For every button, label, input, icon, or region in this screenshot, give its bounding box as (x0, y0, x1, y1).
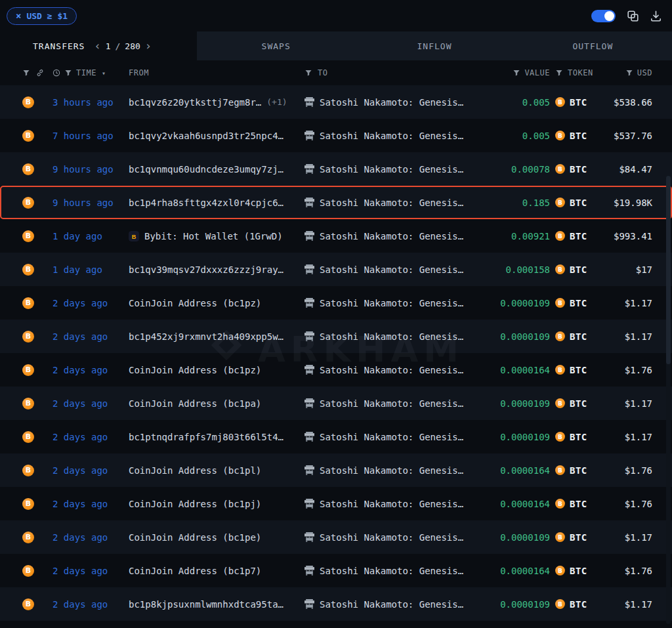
to-address[interactable]: Satoshi Nakamoto: Genesis… (320, 164, 463, 175)
time-link[interactable]: 3 hours ago (52, 97, 114, 108)
time-link[interactable]: 2 days ago (52, 432, 108, 442)
value-amount: 0.000158 (506, 264, 550, 275)
filter-icon[interactable] (22, 69, 30, 77)
btc-coin-icon: B (22, 130, 34, 142)
table-row[interactable]: B 2 days ago bc1p452xj9rxmnvt2ha409xpp5w… (0, 320, 672, 353)
from-address[interactable]: bc1qvnmqu60udncdeze3umqy7zj… (129, 164, 284, 175)
table-row[interactable]: B 2 days ago CoinJoin Address (bc1pj) Sa… (0, 487, 672, 520)
time-link[interactable]: 2 days ago (52, 298, 108, 308)
to-address[interactable]: Satoshi Nakamoto: Genesis… (320, 499, 463, 509)
from-address[interactable]: bc1qvy2vkaah6usnpd3tr25npc4… (129, 131, 284, 141)
table-row[interactable]: B 3 hours ago bc1qvz6z20ytksttj7egm8r…(+… (0, 85, 672, 119)
from-address[interactable]: bc1p4rha8sfttgx4zxl0r4cpjc6… (129, 198, 284, 208)
download-icon[interactable] (650, 10, 662, 22)
to-address[interactable]: Satoshi Nakamoto: Genesis… (320, 264, 463, 275)
table-row[interactable]: B 2 days ago CoinJoin Address (bc1p7) Sa… (0, 554, 672, 587)
time-link[interactable]: 2 days ago (52, 566, 108, 576)
time-link[interactable]: 1 day ago (52, 264, 102, 275)
time-link[interactable]: 2 days ago (52, 499, 108, 509)
value-amount: 0.005 (522, 97, 550, 108)
table-row[interactable]: B 2 days ago bc1p8kjpsuxnmlwmnhxdtca95ta… (0, 587, 672, 621)
time-link[interactable]: 2 days ago (52, 599, 108, 610)
token-symbol: BTC (570, 198, 587, 208)
time-link[interactable]: 9 hours ago (52, 198, 114, 208)
table-row-highlighted[interactable]: B 9 hours ago bc1p4rha8sfttgx4zxl0r4cpjc… (0, 186, 672, 219)
table-row[interactable]: B 1 day ago BBybit: Hot Wallet (1GrwD) S… (0, 219, 672, 253)
to-address[interactable]: Satoshi Nakamoto: Genesis… (320, 465, 463, 476)
tab-swaps[interactable]: SWAPS (197, 31, 355, 60)
from-address[interactable]: bc1p8kjpsuxnmlwmnhxdtca95ta… (129, 599, 284, 610)
to-address[interactable]: Satoshi Nakamoto: Genesis… (320, 365, 463, 375)
from-address[interactable]: CoinJoin Address (bc1pz) (129, 298, 261, 308)
copy-icon[interactable] (627, 10, 639, 22)
from-address[interactable]: CoinJoin Address (bc1pl) (129, 465, 261, 476)
to-address[interactable]: Satoshi Nakamoto: Genesis… (320, 398, 463, 409)
column-value[interactable]: VALUE (524, 68, 550, 77)
table-row[interactable]: B 2 days ago bc1ptnqdrafpfs7mj803t66l5t4… (0, 420, 672, 453)
to-filter-icon[interactable] (304, 69, 312, 77)
usd-amount: $1.17 (625, 432, 652, 442)
tab-transfers[interactable]: TRANSFERS ‹ 1 / 280 › (0, 31, 197, 60)
value-filter-icon[interactable] (513, 69, 520, 77)
column-time[interactable]: TIME (76, 68, 96, 77)
from-address[interactable]: CoinJoin Address (bc1pj) (129, 499, 261, 509)
filter-chip-usd[interactable]: × USD ≥ $1 (7, 7, 77, 25)
to-address[interactable]: Satoshi Nakamoto: Genesis… (320, 532, 463, 543)
satoshi-avatar-icon (304, 331, 314, 341)
time-link[interactable]: 2 days ago (52, 365, 108, 375)
from-address[interactable]: Bybit: Hot Wallet (1GrwD) (144, 231, 283, 241)
to-address[interactable]: Satoshi Nakamoto: Genesis… (320, 331, 463, 342)
tab-outflow[interactable]: OUTFLOW (514, 31, 672, 60)
time-filter-icon[interactable] (64, 69, 72, 77)
table-row[interactable]: B 2 days ago CoinJoin Address (bc1pl) Sa… (0, 453, 672, 487)
to-address[interactable]: Satoshi Nakamoto: Genesis… (320, 432, 463, 442)
time-link[interactable]: 2 days ago (52, 398, 108, 409)
column-token[interactable]: TOKEN (568, 68, 593, 77)
to-address[interactable]: Satoshi Nakamoto: Genesis… (320, 131, 463, 141)
scrollbar-thumb[interactable] (666, 176, 671, 364)
table-row[interactable]: B 7 hours ago bc1qvy2vkaah6usnpd3tr25npc… (0, 119, 672, 152)
to-address[interactable]: Satoshi Nakamoto: Genesis… (320, 198, 463, 208)
to-address[interactable]: Satoshi Nakamoto: Genesis… (320, 566, 463, 576)
table-row[interactable]: B 2 days ago CoinJoin Address (bc1pz) Sa… (0, 286, 672, 320)
next-page-button[interactable]: › (145, 41, 152, 52)
table-header: TIME ▾ FROM TO VALUE TOKEN USD (0, 60, 672, 85)
table-row[interactable]: B 2 days ago CoinJoin Address (bc1pz) Sa… (0, 353, 672, 387)
from-address[interactable]: CoinJoin Address (bc1pa) (129, 398, 261, 409)
table-row[interactable]: B 2 days ago CoinJoin Address (bc1pa) Sa… (0, 387, 672, 420)
btc-coin-icon: B (22, 565, 34, 577)
to-address[interactable]: Satoshi Nakamoto: Genesis… (320, 97, 463, 108)
to-address[interactable]: Satoshi Nakamoto: Genesis… (320, 298, 463, 308)
tab-inflow[interactable]: INFLOW (355, 31, 513, 60)
column-from[interactable]: FROM (129, 68, 149, 77)
to-address[interactable]: Satoshi Nakamoto: Genesis… (320, 599, 463, 610)
from-address[interactable]: bc1qvz6z20ytksttj7egm8r… (129, 97, 261, 108)
time-link[interactable]: 2 days ago (52, 465, 108, 476)
toggle-switch[interactable] (591, 10, 616, 22)
usd-filter-icon[interactable] (625, 69, 633, 77)
time-link[interactable]: 2 days ago (52, 532, 108, 543)
value-amount: 0.0000109 (500, 398, 550, 409)
time-link[interactable]: 9 hours ago (52, 164, 114, 175)
time-link[interactable]: 1 day ago (52, 231, 102, 241)
from-address[interactable]: bc1p452xj9rxmnvt2ha409xpp5w… (129, 331, 284, 342)
table-row[interactable]: B 1 day ago bc1qv39mqsv27dxxxz6zzzj9ray…… (0, 253, 672, 286)
from-address[interactable]: bc1ptnqdrafpfs7mj803t66l5t4… (129, 432, 284, 442)
column-usd[interactable]: USD (637, 68, 652, 77)
satoshi-avatar-icon (304, 432, 314, 442)
time-link[interactable]: 7 hours ago (52, 131, 114, 141)
table-row[interactable]: B 2 days ago CoinJoin Address (bc1pe) Sa… (0, 520, 672, 554)
column-to[interactable]: TO (318, 68, 327, 77)
table-row[interactable]: B 9 hours ago bc1qvnmqu60udncdeze3umqy7z… (0, 152, 672, 186)
to-address[interactable]: Satoshi Nakamoto: Genesis… (320, 231, 463, 241)
from-address[interactable]: bc1qv39mqsv27dxxxz6zzzj9ray… (129, 264, 284, 275)
from-address[interactable]: CoinJoin Address (bc1pe) (129, 532, 261, 543)
prev-page-button[interactable]: ‹ (94, 41, 100, 52)
from-address[interactable]: CoinJoin Address (bc1p7) (129, 566, 261, 576)
btc-token-icon: B (555, 432, 565, 442)
time-link[interactable]: 2 days ago (52, 331, 108, 342)
scrollbar[interactable] (666, 176, 671, 624)
from-address[interactable]: CoinJoin Address (bc1pz) (129, 365, 261, 375)
token-filter-icon[interactable] (555, 69, 563, 77)
remove-filter-icon[interactable]: × (16, 11, 21, 20)
